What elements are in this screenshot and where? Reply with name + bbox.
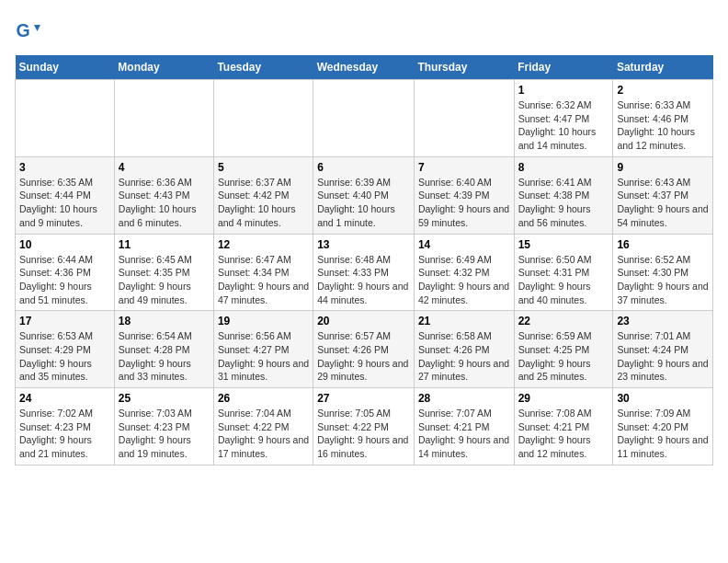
day-info: Sunrise: 6:47 AM Sunset: 4:34 PM Dayligh… [218, 253, 309, 307]
day-info: Sunrise: 7:08 AM Sunset: 4:21 PM Dayligh… [518, 407, 609, 461]
day-info: Sunrise: 6:40 AM Sunset: 4:39 PM Dayligh… [418, 176, 510, 230]
day-cell: 22Sunrise: 6:59 AM Sunset: 4:25 PM Dayli… [514, 311, 613, 388]
day-cell: 30Sunrise: 7:09 AM Sunset: 4:20 PM Dayli… [613, 388, 713, 465]
day-info: Sunrise: 6:59 AM Sunset: 4:25 PM Dayligh… [518, 329, 609, 384]
day-cell: 24Sunrise: 7:02 AM Sunset: 4:23 PM Dayli… [16, 388, 115, 465]
day-cell: 10Sunrise: 6:44 AM Sunset: 4:36 PM Dayli… [16, 234, 115, 311]
day-info: Sunrise: 6:52 AM Sunset: 4:30 PM Dayligh… [617, 253, 709, 307]
day-number: 23 [617, 315, 709, 327]
day-info: Sunrise: 6:57 AM Sunset: 4:26 PM Dayligh… [317, 329, 410, 384]
day-cell: 27Sunrise: 7:05 AM Sunset: 4:22 PM Dayli… [313, 388, 415, 465]
day-number: 6 [317, 161, 410, 174]
day-number: 21 [418, 315, 510, 327]
day-cell [313, 80, 415, 157]
day-cell: 28Sunrise: 7:07 AM Sunset: 4:21 PM Dayli… [414, 388, 514, 465]
day-number: 14 [418, 238, 510, 251]
day-info: Sunrise: 6:44 AM Sunset: 4:36 PM Dayligh… [19, 253, 110, 307]
day-cell: 15Sunrise: 6:50 AM Sunset: 4:31 PM Dayli… [514, 234, 613, 311]
day-info: Sunrise: 6:33 AM Sunset: 4:46 PM Dayligh… [617, 98, 709, 153]
header-thursday: Thursday [414, 55, 514, 80]
day-number: 10 [19, 238, 110, 251]
day-cell: 17Sunrise: 6:53 AM Sunset: 4:29 PM Dayli… [16, 311, 115, 388]
day-number: 28 [418, 392, 510, 405]
day-number: 7 [418, 161, 510, 174]
day-info: Sunrise: 6:49 AM Sunset: 4:32 PM Dayligh… [418, 253, 510, 307]
day-info: Sunrise: 7:01 AM Sunset: 4:24 PM Dayligh… [617, 329, 709, 384]
day-number: 20 [317, 315, 410, 327]
header-row: SundayMondayTuesdayWednesdayThursdayFrid… [16, 55, 713, 80]
day-cell: 8Sunrise: 6:41 AM Sunset: 4:38 PM Daylig… [514, 156, 613, 234]
week-row-2: 10Sunrise: 6:44 AM Sunset: 4:36 PM Dayli… [16, 234, 713, 311]
svg-marker-1 [34, 25, 40, 31]
day-info: Sunrise: 6:37 AM Sunset: 4:42 PM Dayligh… [218, 176, 309, 230]
day-cell: 26Sunrise: 7:04 AM Sunset: 4:22 PM Dayli… [213, 388, 313, 465]
header-monday: Monday [114, 55, 213, 80]
day-number: 29 [518, 392, 609, 405]
header-tuesday: Tuesday [213, 55, 313, 80]
day-number: 26 [218, 392, 309, 405]
day-number: 8 [518, 161, 609, 174]
logo-icon: G [15, 18, 40, 44]
day-cell: 12Sunrise: 6:47 AM Sunset: 4:34 PM Dayli… [213, 234, 313, 311]
day-cell [414, 80, 514, 157]
day-cell: 29Sunrise: 7:08 AM Sunset: 4:21 PM Dayli… [514, 388, 613, 465]
day-cell: 16Sunrise: 6:52 AM Sunset: 4:30 PM Dayli… [613, 234, 713, 311]
day-info: Sunrise: 7:03 AM Sunset: 4:23 PM Dayligh… [119, 407, 210, 461]
day-cell: 20Sunrise: 6:57 AM Sunset: 4:26 PM Dayli… [313, 311, 415, 388]
day-info: Sunrise: 6:53 AM Sunset: 4:29 PM Dayligh… [19, 329, 110, 384]
day-number: 11 [119, 238, 210, 251]
week-row-4: 24Sunrise: 7:02 AM Sunset: 4:23 PM Dayli… [16, 388, 713, 465]
day-cell: 6Sunrise: 6:39 AM Sunset: 4:40 PM Daylig… [313, 156, 415, 234]
day-info: Sunrise: 7:09 AM Sunset: 4:20 PM Dayligh… [617, 407, 709, 461]
day-info: Sunrise: 6:43 AM Sunset: 4:37 PM Dayligh… [617, 176, 709, 230]
day-info: Sunrise: 6:36 AM Sunset: 4:43 PM Dayligh… [119, 176, 210, 230]
day-number: 17 [19, 315, 110, 327]
week-row-0: 1Sunrise: 6:32 AM Sunset: 4:47 PM Daylig… [16, 80, 713, 157]
day-cell [16, 80, 115, 157]
day-number: 18 [119, 315, 210, 327]
header-wednesday: Wednesday [313, 55, 415, 80]
day-info: Sunrise: 6:54 AM Sunset: 4:28 PM Dayligh… [119, 329, 210, 384]
day-number: 12 [218, 238, 309, 251]
day-number: 13 [317, 238, 410, 251]
day-info: Sunrise: 7:07 AM Sunset: 4:21 PM Dayligh… [418, 407, 510, 461]
day-number: 1 [518, 84, 609, 97]
day-cell: 3Sunrise: 6:35 AM Sunset: 4:44 PM Daylig… [16, 156, 115, 234]
day-number: 3 [19, 161, 110, 174]
day-info: Sunrise: 7:02 AM Sunset: 4:23 PM Dayligh… [19, 407, 110, 461]
day-number: 2 [617, 84, 709, 97]
day-cell [114, 80, 213, 157]
day-cell: 9Sunrise: 6:43 AM Sunset: 4:37 PM Daylig… [613, 156, 713, 234]
header-saturday: Saturday [613, 55, 713, 80]
day-number: 5 [218, 161, 309, 174]
day-info: Sunrise: 6:50 AM Sunset: 4:31 PM Dayligh… [518, 253, 609, 307]
day-cell: 23Sunrise: 7:01 AM Sunset: 4:24 PM Dayli… [613, 311, 713, 388]
day-cell: 7Sunrise: 6:40 AM Sunset: 4:39 PM Daylig… [414, 156, 514, 234]
day-cell: 19Sunrise: 6:56 AM Sunset: 4:27 PM Dayli… [213, 311, 313, 388]
day-number: 24 [19, 392, 110, 405]
page-header: G [15, 15, 713, 44]
day-info: Sunrise: 6:45 AM Sunset: 4:35 PM Dayligh… [119, 253, 210, 307]
day-cell: 11Sunrise: 6:45 AM Sunset: 4:35 PM Dayli… [114, 234, 213, 311]
day-number: 30 [617, 392, 709, 405]
day-cell: 13Sunrise: 6:48 AM Sunset: 4:33 PM Dayli… [313, 234, 415, 311]
day-cell: 14Sunrise: 6:49 AM Sunset: 4:32 PM Dayli… [414, 234, 514, 311]
day-number: 9 [617, 161, 709, 174]
day-info: Sunrise: 6:39 AM Sunset: 4:40 PM Dayligh… [317, 176, 410, 230]
day-info: Sunrise: 6:32 AM Sunset: 4:47 PM Dayligh… [518, 98, 609, 153]
day-number: 27 [317, 392, 410, 405]
day-info: Sunrise: 7:05 AM Sunset: 4:22 PM Dayligh… [317, 407, 410, 461]
day-cell: 4Sunrise: 6:36 AM Sunset: 4:43 PM Daylig… [114, 156, 213, 234]
day-number: 4 [119, 161, 210, 174]
calendar-table: SundayMondayTuesdayWednesdayThursdayFrid… [15, 55, 713, 465]
day-number: 25 [119, 392, 210, 405]
day-number: 16 [617, 238, 709, 251]
day-cell: 1Sunrise: 6:32 AM Sunset: 4:47 PM Daylig… [514, 80, 613, 157]
week-row-1: 3Sunrise: 6:35 AM Sunset: 4:44 PM Daylig… [16, 156, 713, 234]
week-row-3: 17Sunrise: 6:53 AM Sunset: 4:29 PM Dayli… [16, 311, 713, 388]
day-number: 22 [518, 315, 609, 327]
day-number: 15 [518, 238, 609, 251]
day-cell: 2Sunrise: 6:33 AM Sunset: 4:46 PM Daylig… [613, 80, 713, 157]
day-info: Sunrise: 7:04 AM Sunset: 4:22 PM Dayligh… [218, 407, 309, 461]
day-cell: 25Sunrise: 7:03 AM Sunset: 4:23 PM Dayli… [114, 388, 213, 465]
